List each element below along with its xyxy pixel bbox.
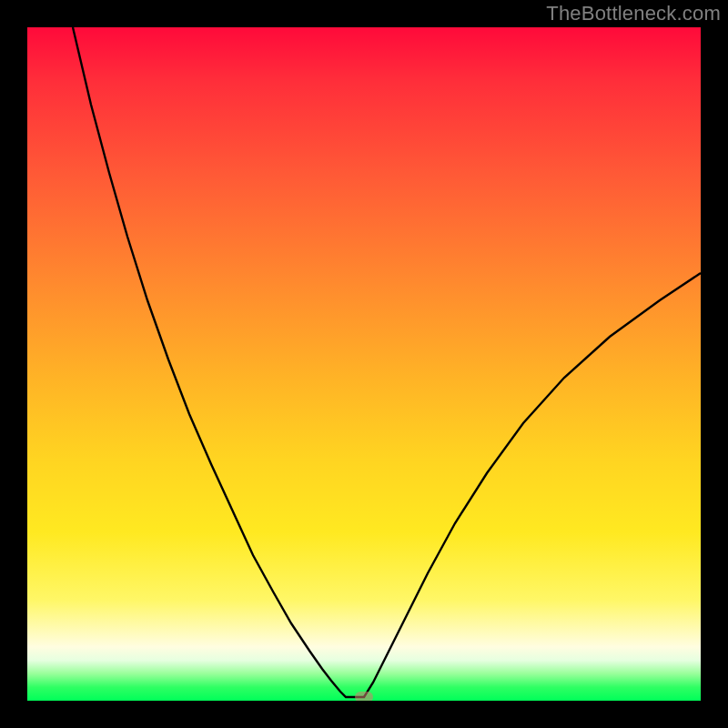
curve-path xyxy=(73,27,701,697)
bottleneck-curve xyxy=(27,27,701,701)
chart-frame: TheBottleneck.com xyxy=(0,0,728,728)
watermark-text: TheBottleneck.com xyxy=(546,2,721,25)
optimal-point-marker xyxy=(355,692,373,701)
plot-area xyxy=(27,27,701,701)
